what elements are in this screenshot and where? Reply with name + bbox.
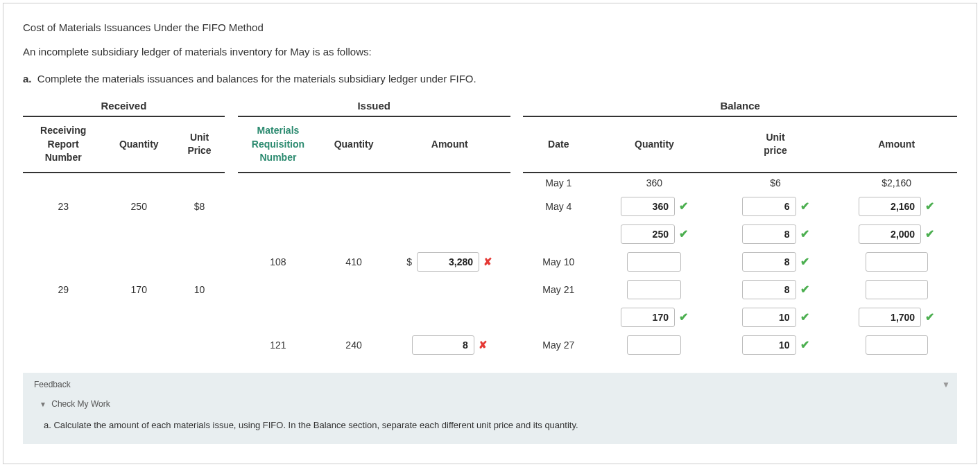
bal-amount-input[interactable] xyxy=(866,252,928,272)
check-icon: ✔ xyxy=(925,200,934,213)
bal-qty-input[interactable] xyxy=(627,252,681,272)
bal-unit-price-input[interactable] xyxy=(742,280,796,299)
dollar-prefix: $ xyxy=(406,256,412,267)
section-header-balance: Balance xyxy=(523,96,957,116)
col-bal-qty: Quantity xyxy=(594,116,715,173)
check-icon: ✔ xyxy=(679,200,688,213)
iss-amount-input[interactable] xyxy=(417,252,479,272)
instruction-prefix: a. xyxy=(23,73,32,85)
recv-price: 10 xyxy=(174,276,225,303)
req-no: 108 xyxy=(238,248,318,276)
check-icon: ✔ xyxy=(800,255,809,268)
feedback-label: Feedback xyxy=(34,380,71,389)
bal-qty-input[interactable] xyxy=(621,197,675,216)
chevron-down-icon: ▼ xyxy=(942,380,950,389)
recv-no: 23 xyxy=(23,193,103,220)
date-cell: May 21 xyxy=(523,276,594,303)
bal-qty-cell: 360 xyxy=(594,173,715,193)
check-icon: ✔ xyxy=(800,200,809,213)
bal-unit-price-input[interactable] xyxy=(742,252,796,272)
col-receiving-report-number: ReceivingReportNumber xyxy=(23,116,103,173)
page-subtitle: An incomplete subsidiary ledger of mater… xyxy=(23,46,957,58)
iss-amount-input[interactable] xyxy=(412,335,474,355)
bal-unit-price-input[interactable] xyxy=(742,335,796,355)
recv-qty: 250 xyxy=(103,193,174,220)
bal-amount-input[interactable] xyxy=(859,224,921,244)
bal-amount-cell: $2,160 xyxy=(836,173,957,193)
bal-amount-input[interactable] xyxy=(859,197,921,216)
recv-price: $8 xyxy=(174,193,225,220)
col-materials-req-number[interactable]: MaterialsRequisitionNumber xyxy=(238,116,318,173)
iss-qty: 240 xyxy=(318,331,389,359)
check-my-work-toggle[interactable]: ▼ Check My Work xyxy=(23,396,957,414)
section-header-received: Received xyxy=(23,96,225,116)
date-cell: May 27 xyxy=(523,331,594,359)
bal-qty-input[interactable] xyxy=(621,308,675,327)
table-row: ✔ ✔ ✔ xyxy=(23,220,957,248)
date-cell: May 10 xyxy=(523,248,594,276)
bal-unit-price-input[interactable] xyxy=(742,224,796,244)
col-bal-unit-price: Unitprice xyxy=(715,116,836,173)
check-icon: ✔ xyxy=(800,338,809,351)
feedback-body: a. Calculate the amount of each material… xyxy=(23,414,957,445)
page-title: Cost of Materials Issuances Under the FI… xyxy=(23,21,957,33)
instruction-line: a. Complete the materials issuances and … xyxy=(23,73,957,85)
check-icon: ✔ xyxy=(679,310,688,324)
table-row: ✔ ✔ ✔ xyxy=(23,303,957,331)
table-row: May 1 360 $6 $2,160 xyxy=(23,173,957,193)
bal-unit-price-cell: $6 xyxy=(715,173,836,193)
col-recv-qty: Quantity xyxy=(103,116,174,173)
section-header-issued: Issued xyxy=(238,96,510,116)
table-row: 23 250 $8 May 4 ✔ ✔ ✔ xyxy=(23,193,957,220)
cross-icon: ✘ xyxy=(483,256,492,268)
iss-qty: 410 xyxy=(318,248,389,276)
cross-icon: ✘ xyxy=(479,339,488,351)
recv-no: 29 xyxy=(23,276,103,303)
table-row: 108 410 $✘ May 10 ✔ xyxy=(23,248,957,276)
bal-amount-input[interactable] xyxy=(866,335,928,355)
bal-qty-input[interactable] xyxy=(627,335,681,355)
bal-amount-input[interactable] xyxy=(866,280,928,299)
col-date: Date xyxy=(523,116,594,173)
bal-unit-price-input[interactable] xyxy=(742,308,796,327)
col-iss-qty: Quantity xyxy=(318,116,389,173)
recv-qty: 170 xyxy=(103,276,174,303)
check-icon: ✔ xyxy=(800,283,809,296)
feedback-header[interactable]: Feedback ▼ xyxy=(23,373,957,396)
check-icon: ✔ xyxy=(925,227,934,240)
check-my-work-label: Check My Work xyxy=(51,399,110,409)
date-cell: May 4 xyxy=(523,193,594,220)
arrow-icon: ▼ xyxy=(40,400,46,408)
check-icon: ✔ xyxy=(925,310,934,324)
instruction-text: Complete the materials issuances and bal… xyxy=(37,73,476,85)
col-iss-amount: Amount xyxy=(389,116,510,173)
table-row: 121 240 ✘ May 27 ✔ xyxy=(23,331,957,359)
bal-qty-input[interactable] xyxy=(627,280,681,299)
check-icon: ✔ xyxy=(800,227,809,240)
col-bal-amount: Amount xyxy=(836,116,957,173)
bal-amount-input[interactable] xyxy=(859,308,921,327)
check-icon: ✔ xyxy=(679,227,688,240)
col-recv-unit-price: UnitPrice xyxy=(174,116,225,173)
bal-qty-input[interactable] xyxy=(621,224,675,244)
check-icon: ✔ xyxy=(800,310,809,324)
ledger-table: Received Issued Balance ReceivingReportN… xyxy=(23,96,957,359)
table-row: 29 170 10 May 21 ✔ xyxy=(23,276,957,303)
date-cell: May 1 xyxy=(523,173,594,193)
req-no: 121 xyxy=(238,331,318,359)
feedback-panel: Feedback ▼ ▼ Check My Work a. Calculate … xyxy=(23,373,957,445)
bal-unit-price-input[interactable] xyxy=(742,197,796,216)
